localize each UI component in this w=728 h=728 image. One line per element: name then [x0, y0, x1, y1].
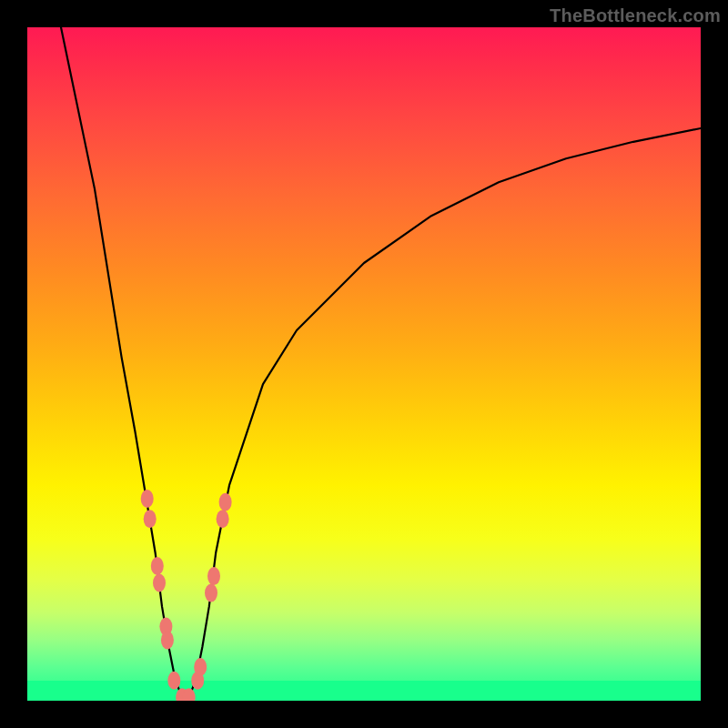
highlight-marker: [161, 631, 174, 649]
highlight-marker: [219, 493, 232, 511]
plot-area: [27, 27, 701, 701]
bottleneck-curve: [61, 27, 701, 697]
highlight-marker: [205, 584, 217, 602]
highlight-marker: [151, 557, 164, 575]
watermark-text: TheBottleneck.com: [550, 5, 721, 26]
highlight-marker: [217, 510, 229, 528]
highlight-marker: [167, 672, 180, 690]
marker-group: [141, 490, 232, 701]
highlight-marker: [144, 510, 157, 528]
chart-frame: TheBottleneck.com: [0, 0, 728, 728]
highlight-marker: [153, 574, 166, 592]
highlight-marker: [194, 658, 207, 676]
curve-layer: [27, 27, 701, 701]
highlight-marker: [207, 567, 220, 585]
highlight-marker: [141, 490, 154, 508]
